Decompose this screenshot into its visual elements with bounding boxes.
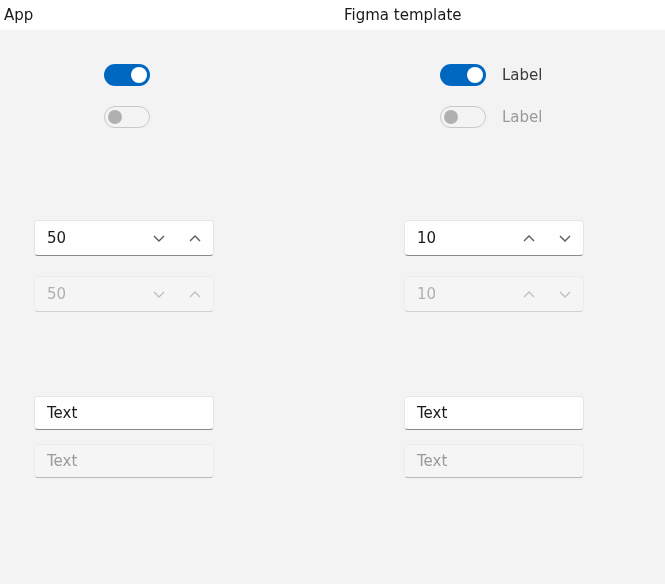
toggle-off-label: Label: [502, 108, 542, 126]
chevron-up-icon: [522, 287, 536, 301]
column-title-app: App: [0, 0, 340, 30]
chevron-up-icon: [522, 231, 536, 245]
toggle-on-app[interactable]: [104, 64, 150, 86]
panel-figma: Label Label 10: [340, 30, 665, 584]
numberbox-down-button: [141, 277, 177, 311]
column-title-figma: Figma template: [340, 0, 665, 30]
numberbox-up-button: [177, 277, 213, 311]
textbox-disabled-figma: Text: [404, 444, 584, 478]
numberbox-up-button[interactable]: [177, 221, 213, 255]
panel-app: 50 50: [0, 30, 340, 584]
toggle-on-label: Label: [502, 66, 542, 84]
numberbox-app[interactable]: 50: [34, 220, 214, 256]
chevron-up-icon: [188, 287, 202, 301]
toggle-off-disabled-app: [104, 106, 150, 128]
textbox-disabled-app: Text: [34, 444, 214, 478]
numberbox-down-button: [547, 277, 583, 311]
numberbox-up-button[interactable]: [511, 221, 547, 255]
numberbox-value[interactable]: 10: [405, 221, 511, 255]
numberbox-down-button[interactable]: [141, 221, 177, 255]
numberbox-disabled-app: 50: [34, 276, 214, 312]
chevron-down-icon: [152, 231, 166, 245]
numberbox-disabled-figma: 10: [404, 276, 584, 312]
chevron-down-icon: [152, 287, 166, 301]
chevron-down-icon: [558, 287, 572, 301]
textbox-app[interactable]: Text: [34, 396, 214, 430]
numberbox-value: 10: [405, 277, 511, 311]
textbox-figma[interactable]: Text: [404, 396, 584, 430]
chevron-up-icon: [188, 231, 202, 245]
numberbox-figma[interactable]: 10: [404, 220, 584, 256]
numberbox-up-button: [511, 277, 547, 311]
numberbox-value: 50: [35, 277, 141, 311]
chevron-down-icon: [558, 231, 572, 245]
numberbox-value[interactable]: 50: [35, 221, 141, 255]
toggle-off-disabled-figma: [440, 106, 486, 128]
numberbox-down-button[interactable]: [547, 221, 583, 255]
toggle-on-figma[interactable]: [440, 64, 486, 86]
